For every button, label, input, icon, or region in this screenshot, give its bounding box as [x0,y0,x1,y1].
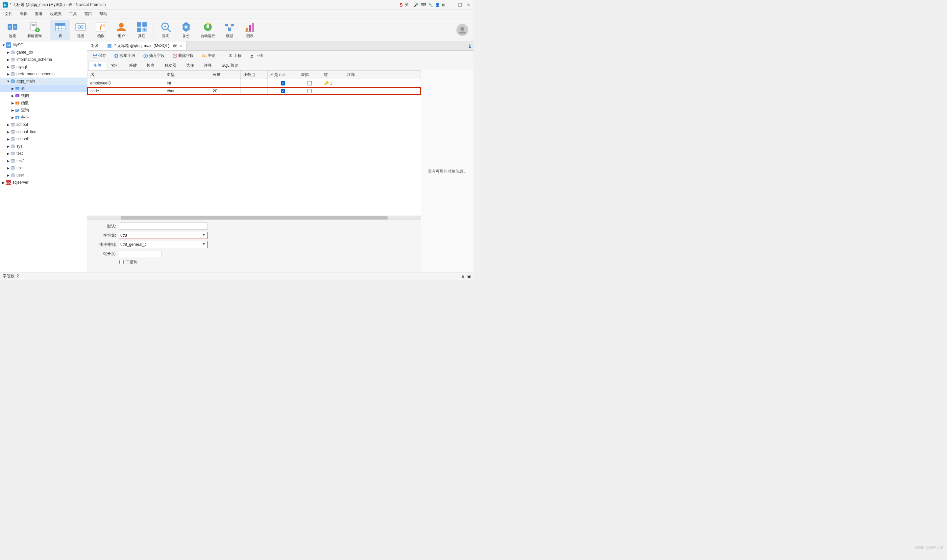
sidebar-item-text[interactable]: ▶ text [0,164,87,172]
sidebar-item-backups[interactable]: ▶ 备份 [0,114,87,121]
menu-view[interactable]: 查看 [32,11,46,17]
sidebar-item-performance_schema[interactable]: ▶ performance_schema [0,70,87,78]
sidebar-item-queries[interactable]: ▶ 查询 [0,106,87,114]
not-null-checkbox[interactable] [281,89,285,93]
sidebar-item-test[interactable]: ▶ test [0,150,87,157]
field-virtual-cell[interactable] [298,87,321,95]
tab-close-btn[interactable]: ✕ [180,44,182,48]
tab-comments[interactable]: 注释 [199,61,217,70]
toolbar-auto-run[interactable]: 自动运行 [197,20,219,40]
menu-window[interactable]: 窗口 [81,11,95,17]
horizontal-scrollbar[interactable] [87,215,421,220]
tab-object[interactable]: 对象 [87,42,103,50]
sidebar-item-school[interactable]: ▶ school [0,121,87,128]
key-len-field-row: 键长度: [90,250,418,257]
menu-tools[interactable]: 工具 [66,11,80,17]
field-length-cell[interactable]: 20 [210,87,241,95]
user-avatar[interactable] [456,24,468,36]
binary-checkbox[interactable] [119,260,124,264]
field-decimal-cell[interactable] [241,87,268,95]
field-type-cell[interactable]: int [164,79,210,87]
sidebar-item-qtqq_main[interactable]: ▼ qtqq_main [0,78,87,85]
sidebar-item-views[interactable]: ▶ 视图 [0,92,87,99]
field-name-cell[interactable]: employeeID [88,79,164,87]
field-name-cell[interactable]: code [88,87,164,95]
tab-indexes[interactable]: 索引 [106,61,124,70]
field-notnull-cell[interactable] [267,87,298,95]
sidebar-item-sqlserver[interactable]: ▶ SQL sqlserver [0,179,87,186]
tab-checks[interactable]: 检查 [142,61,160,70]
key-len-input[interactable] [119,250,162,257]
collation-select[interactable]: utf8_general_ci [119,241,208,248]
maximize-button[interactable]: ❐ [458,3,462,7]
field-length-cell[interactable] [210,79,241,87]
move-down-button[interactable]: 下移 [246,52,266,60]
expand-icon: ▶ [6,137,11,141]
sidebar-item-user[interactable]: ▶ user [0,172,87,179]
field-decimal-cell[interactable] [241,79,268,87]
sidebar-item-game_db[interactable]: ▶ game_db [0,49,87,56]
svg-text:M: M [7,44,10,47]
field-notnull-cell[interactable] [267,79,298,87]
title-bar: N * 无标题 @qtqq_main (MySQL) - 表 - Navicat… [0,0,473,10]
fields-table-container: 名 类型 长度 小数点 不是 null 虚拟 键 注释 [87,70,421,215]
move-up-button[interactable]: 上移 [225,52,245,60]
col-header-virtual: 虚拟 [298,71,321,79]
field-comment-cell[interactable] [344,87,420,95]
toolbar-query[interactable]: 查询 [156,20,176,40]
sidebar-item-mysql-db[interactable]: ▶ mysql [0,63,87,70]
sidebar-item-sys[interactable]: ▶ sys [0,143,87,150]
menu-help[interactable]: 帮助 [96,11,111,17]
tab-sql-preview[interactable]: SQL 预览 [217,61,243,70]
not-null-checkbox[interactable] [281,81,285,85]
svg-marker-117 [251,55,253,57]
toolbar-backup[interactable]: 备份 [176,20,196,40]
toolbar-chart[interactable]: 图表 [240,20,260,40]
field-comment-cell[interactable] [344,79,420,87]
tab-triggers[interactable]: 触发器 [160,61,181,70]
menu-edit[interactable]: 编辑 [17,11,31,17]
expand-icon: ▶ [6,166,11,170]
menu-favorites[interactable]: 收藏夹 [47,11,65,17]
table-area: 名 类型 长度 小数点 不是 null 虚拟 键 注释 [87,70,421,272]
toolbar-model[interactable]: 模型 [220,20,239,40]
toolbar-function[interactable]: ƒ (x) 函数 [91,20,111,40]
tab-editor[interactable]: * 无标题 @qtqq_main (MySQL) - 表 ✕ [103,42,186,50]
close-button[interactable]: ✕ [466,3,471,7]
primary-key-button[interactable]: 主键 [199,52,218,60]
move-up-label: 上移 [234,53,242,58]
table-row[interactable]: code char 20 [88,87,421,95]
sidebar-item-school_find[interactable]: ▶ school_find [0,128,87,135]
virtual-checkbox[interactable] [308,89,312,93]
toolbar-connect[interactable]: 连接 [3,20,22,40]
menu-file[interactable]: 文件 [1,11,16,17]
tab-options[interactable]: 选项 [181,61,199,70]
sidebar-item-mysql[interactable]: ▼ M MySQL [0,42,87,49]
col-header-type: 类型 [164,71,210,79]
save-button[interactable]: 保存 [90,52,109,60]
table-row[interactable]: employeeID int [88,79,421,87]
sidebar-item-test1[interactable]: ▶ test1 [0,157,87,164]
field-virtual-cell[interactable] [298,79,321,87]
minimize-button[interactable]: ─ [449,3,454,7]
toolbar-view[interactable]: 视图 [71,20,91,40]
sidebar-item-school1[interactable]: ▶ school1 [0,135,87,143]
virtual-checkbox[interactable] [308,81,312,85]
field-type-cell[interactable]: char [164,87,210,95]
default-input[interactable] [119,223,208,230]
sidebar-item-tables[interactable]: ▶ 表 [0,85,87,92]
toolbar-new-query[interactable]: + 新建查询 [23,20,46,40]
toolbar-table[interactable]: 表 [50,20,70,40]
delete-field-button[interactable]: 删除字段 [170,52,197,60]
add-field-button[interactable]: 添加字段 [111,52,139,60]
charset-select[interactable]: utf8 [119,232,208,239]
tab-foreign-keys[interactable]: 外键 [124,61,142,70]
model-icon [223,21,236,33]
toolbar-other[interactable]: + 其它 [132,20,152,40]
info-icon[interactable]: ℹ [469,43,471,49]
insert-field-button[interactable]: 插入字段 [140,52,168,60]
sidebar-item-functions[interactable]: ▶ ƒ 函数 [0,99,87,106]
tab-fields[interactable]: 字段 [88,61,106,70]
sidebar-item-information_schema[interactable]: ▶ information_schema [0,56,87,63]
toolbar-user[interactable]: 用户 [111,20,131,40]
